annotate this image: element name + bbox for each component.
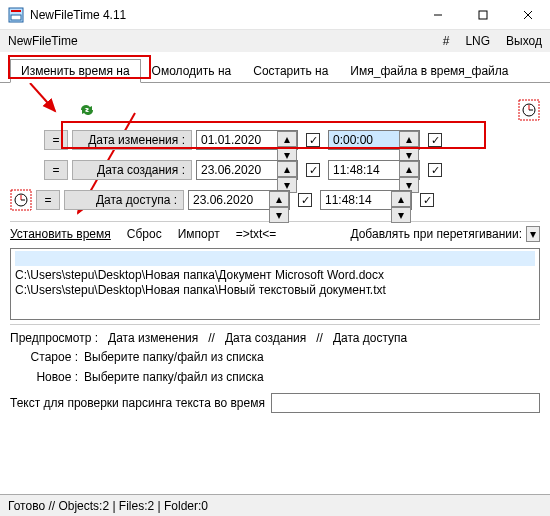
refresh-button[interactable] xyxy=(72,98,102,122)
date-accessed-value: 23.06.2020 xyxy=(193,193,253,207)
file-item-2[interactable]: C:\Users\stepu\Desktop\Новая папка\Новый… xyxy=(15,283,535,298)
checkbox-created-time[interactable] xyxy=(428,163,442,177)
new-value: Выберите папку/файл из списка xyxy=(84,370,264,384)
label-modified: Дата изменения : xyxy=(72,130,192,150)
time-created-input[interactable]: 11:48:14 ▴▾ xyxy=(328,160,420,180)
menu-appname[interactable]: NewFileTime xyxy=(8,34,78,48)
time-modified-spinner[interactable]: ▴▾ xyxy=(399,131,419,149)
parse-input[interactable] xyxy=(271,393,540,413)
tab-older[interactable]: Состарить на xyxy=(242,59,339,83)
label-accessed: Дата доступа : xyxy=(64,190,184,210)
file-list[interactable]: C:\Users\stepu\Desktop\Новая папка\Докум… xyxy=(10,248,540,320)
tabs: Изменить время на Омолодить на Состарить… xyxy=(0,58,550,83)
old-value: Выберите папку/файл из списка xyxy=(84,350,264,364)
time-accessed-value: 11:48:14 xyxy=(325,193,372,207)
add-on-drag-dropdown[interactable]: ▾ xyxy=(526,226,540,242)
new-label: Новое : xyxy=(30,370,78,384)
time-created-value: 11:48:14 xyxy=(333,163,380,177)
checkbox-modified-date[interactable] xyxy=(306,133,320,147)
preview-acc: Дата доступа xyxy=(333,331,407,345)
date-modified-spinner[interactable]: ▴▾ xyxy=(277,131,297,149)
time-created-spinner[interactable]: ▴▾ xyxy=(399,161,419,179)
corner-clock-icon-top[interactable] xyxy=(518,99,540,121)
checkbox-accessed-time[interactable] xyxy=(420,193,434,207)
minimize-button[interactable] xyxy=(415,0,460,29)
old-row: Старое : Выберите папку/файл из списка xyxy=(10,347,540,367)
time-modified-input[interactable]: 0:00:00 ▴▾ xyxy=(328,130,420,150)
checkbox-modified-time[interactable] xyxy=(428,133,442,147)
spacer xyxy=(10,128,40,152)
reset-link[interactable]: Сброс xyxy=(127,227,162,241)
import-link[interactable]: Импорт xyxy=(178,227,220,241)
maximize-button[interactable] xyxy=(460,0,505,29)
svg-rect-1 xyxy=(11,10,21,12)
svg-rect-4 xyxy=(479,11,487,19)
tab-filename-time[interactable]: Имя_файла в время_файла xyxy=(339,59,519,83)
menu-lng[interactable]: LNG xyxy=(465,34,490,48)
preview-sep1: // xyxy=(208,331,215,345)
content-area: = Дата изменения : 01.01.2020 ▴▾ 0:00:00… xyxy=(0,83,550,417)
preview-mod: Дата изменения xyxy=(108,331,198,345)
close-button[interactable] xyxy=(505,0,550,29)
status-text: Готово // Objects:2 | Files:2 | Folder:0 xyxy=(8,499,208,513)
txt-link[interactable]: =>txt<= xyxy=(236,227,277,241)
time-accessed-spinner[interactable]: ▴▾ xyxy=(391,191,411,209)
time-accessed-input[interactable]: 11:48:14 ▴▾ xyxy=(320,190,412,210)
date-accessed-spinner[interactable]: ▴▾ xyxy=(269,191,289,209)
add-on-drag-label: Добавлять при перетягивании: xyxy=(350,227,522,241)
parse-row: Текст для проверки парсинга текста во вр… xyxy=(10,393,540,413)
preview-cre: Дата создания xyxy=(225,331,306,345)
date-created-input[interactable]: 23.06.2020 ▴▾ xyxy=(196,160,298,180)
file-item-1[interactable]: C:\Users\stepu\Desktop\Новая папка\Докум… xyxy=(15,268,535,283)
svg-rect-2 xyxy=(11,15,21,20)
new-row: Новое : Выберите папку/файл из списка xyxy=(10,367,540,387)
menubar: NewFileTime # LNG Выход xyxy=(0,30,550,52)
checkbox-created-date[interactable] xyxy=(306,163,320,177)
time-rows: = Дата изменения : 01.01.2020 ▴▾ 0:00:00… xyxy=(10,95,540,215)
set-time-link[interactable]: Установить время xyxy=(10,227,111,241)
tab-change-time[interactable]: Изменить время на xyxy=(10,59,141,83)
old-label: Старое : xyxy=(30,350,78,364)
parse-label: Текст для проверки парсинга текста во вр… xyxy=(10,396,265,410)
app-icon xyxy=(8,7,24,23)
window-title: NewFileTime 4.11 xyxy=(30,8,415,22)
preview-label: Предпросмотр : xyxy=(10,331,98,345)
row-clock-icon[interactable] xyxy=(10,189,32,211)
eq-button-modified[interactable]: = xyxy=(44,130,68,150)
date-created-spinner[interactable]: ▴▾ xyxy=(277,161,297,179)
eq-button-created[interactable]: = xyxy=(44,160,68,180)
date-accessed-input[interactable]: 23.06.2020 ▴▾ xyxy=(188,190,290,210)
titlebar: NewFileTime 4.11 xyxy=(0,0,550,30)
status-bar: Готово // Objects:2 | Files:2 | Folder:0 xyxy=(0,494,550,516)
date-modified-input[interactable]: 01.01.2020 ▴▾ xyxy=(196,130,298,150)
spacer xyxy=(10,98,40,122)
preview-sep2: // xyxy=(316,331,323,345)
menu-exit[interactable]: Выход xyxy=(506,34,542,48)
action-bar: Установить время Сброс Импорт =>txt<= До… xyxy=(10,221,540,244)
preview-header: Предпросмотр : Дата изменения // Дата со… xyxy=(10,324,540,347)
menu-hash[interactable]: # xyxy=(443,34,450,48)
eq-button-accessed[interactable]: = xyxy=(36,190,60,210)
label-created: Дата создания : xyxy=(72,160,192,180)
checkbox-accessed-date[interactable] xyxy=(298,193,312,207)
spacer xyxy=(10,158,40,182)
tab-younger[interactable]: Омолодить на xyxy=(141,59,243,83)
date-created-value: 23.06.2020 xyxy=(201,163,261,177)
time-modified-value: 0:00:00 xyxy=(333,133,373,147)
date-modified-value: 01.01.2020 xyxy=(201,133,261,147)
file-list-selection-row xyxy=(15,251,535,266)
